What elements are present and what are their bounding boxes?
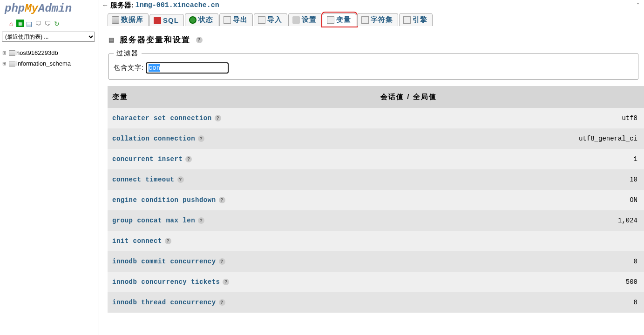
engine-icon xyxy=(403,16,411,24)
help-icon[interactable]: ? xyxy=(165,238,171,244)
table-header: 变量 会话值 / 全局值 xyxy=(108,86,644,108)
server-header: ← 服务器: lnmg-001.xincache.cn ⌃ xyxy=(99,0,644,10)
db-icon xyxy=(112,16,119,24)
export-icon xyxy=(224,16,231,24)
database-icon xyxy=(9,50,15,56)
help-icon[interactable]: ? xyxy=(219,299,225,306)
sidebar: phpMyAdmin ⌂ ▦ ▤ 🗨 🗨 ↻ (最近使用的表) ... ⊞ ho… xyxy=(0,0,99,335)
recent-tables-select[interactable]: (最近使用的表) ... xyxy=(2,32,95,42)
filter-input[interactable] xyxy=(146,62,229,74)
content: ▤ 服务器变量和设置 ? 过滤器 包含文字: 变量 会话值 / 全局值 char… xyxy=(99,26,644,313)
tab-sql[interactable]: SQL xyxy=(149,14,184,26)
help-icon[interactable]: ? xyxy=(219,258,225,265)
tree-item-database[interactable]: ⊞ information_schema xyxy=(2,58,96,69)
tab-db[interactable]: 数据库 xyxy=(108,13,149,26)
tab-label: 字符集 xyxy=(371,15,393,24)
query-icon[interactable]: 🗨 xyxy=(43,20,52,28)
status-icon xyxy=(189,16,197,24)
import-icon xyxy=(258,16,265,24)
header-value: 会话值 / 全局值 xyxy=(380,93,639,101)
tab-vars[interactable]: 变量 xyxy=(323,13,356,26)
help-icon[interactable]: ? xyxy=(185,156,192,162)
help-icon[interactable]: ? xyxy=(215,115,221,121)
tree-item-database[interactable]: ⊞ host9162293db xyxy=(2,47,96,58)
variable-value: ON xyxy=(380,196,639,204)
sql-icon xyxy=(154,17,161,24)
help-icon[interactable]: ? xyxy=(223,279,229,285)
variable-name[interactable]: concurrent insert? xyxy=(112,155,380,163)
variable-value: utf8 xyxy=(380,114,639,122)
filter-label: 包含文字: xyxy=(114,64,144,72)
help-icon[interactable]: ? xyxy=(198,135,204,142)
vars-icon: ▤ xyxy=(108,36,116,44)
help-icon[interactable]: ? xyxy=(196,37,203,43)
variable-value: 0 xyxy=(380,258,639,265)
database-name: information_schema xyxy=(16,60,71,67)
database-tree: ⊞ host9162293db ⊞ information_schema xyxy=(0,47,99,70)
variable-name[interactable]: init connect? xyxy=(112,237,380,245)
table-row: innodb commit concurrency?0 xyxy=(108,251,644,272)
table-row: connect timeout?10 xyxy=(108,169,644,190)
table-row: innodb thread concurrency?8 xyxy=(108,292,644,313)
expand-icon[interactable]: ⊞ xyxy=(2,61,8,66)
home-icon[interactable]: ⌂ xyxy=(7,20,15,28)
variables-table: 变量 会话值 / 全局值 character set connection?ut… xyxy=(108,86,644,313)
tab-charset[interactable]: 字符集 xyxy=(357,13,398,26)
variable-value: 10 xyxy=(380,176,639,183)
logo[interactable]: phpMyAdmin xyxy=(0,0,99,17)
variable-name[interactable]: character set connection? xyxy=(112,114,380,122)
variable-value: 1 xyxy=(380,155,639,163)
variable-name[interactable]: innodb commit concurrency? xyxy=(112,258,380,265)
reload-icon[interactable]: ↻ xyxy=(53,20,61,28)
logo-php: php xyxy=(5,2,25,15)
tab-label: 引擎 xyxy=(413,15,427,24)
tab-label: 导出 xyxy=(233,15,248,24)
tab-engine[interactable]: 引擎 xyxy=(399,13,433,26)
calendar-icon[interactable]: ▦ xyxy=(16,20,24,27)
variable-name[interactable]: collation connection? xyxy=(112,135,380,142)
help-icon[interactable]: ? xyxy=(177,176,184,183)
tab-export[interactable]: 导出 xyxy=(219,13,253,26)
table-row: engine condition pushdown?ON xyxy=(108,190,644,210)
variable-name[interactable]: connect timeout? xyxy=(112,176,380,183)
charset-icon xyxy=(361,16,369,24)
server-host: lnmg-001.xincache.cn xyxy=(136,1,219,9)
table-row: group concat max len?1,024 xyxy=(108,210,644,231)
table-row: collation connection?utf8_general_ci xyxy=(108,128,644,149)
tabs: 数据库SQL状态导出导入设置变量字符集引擎 xyxy=(99,10,644,26)
page-title-text: 服务器变量和设置 xyxy=(120,34,190,45)
variable-name[interactable]: engine condition pushdown? xyxy=(112,196,380,204)
back-arrow-icon[interactable]: ← xyxy=(102,1,108,9)
sidebar-toolbar: ⌂ ▦ ▤ 🗨 🗨 ↻ xyxy=(0,17,99,32)
variable-name[interactable]: innodb concurrency tickets? xyxy=(112,278,380,286)
help-icon[interactable]: ? xyxy=(198,217,204,224)
server-label: 服务器: xyxy=(110,1,134,10)
settings-icon xyxy=(292,16,300,24)
tab-status[interactable]: 状态 xyxy=(185,13,218,26)
table-row: init connect? xyxy=(108,231,644,251)
tab-label: 导入 xyxy=(267,15,282,24)
filter-legend: 过滤器 xyxy=(114,49,142,58)
logo-admin: Admin xyxy=(38,2,72,15)
docs-icon[interactable]: 🗨 xyxy=(34,20,42,28)
expand-icon[interactable]: ⊞ xyxy=(2,50,8,55)
logo-my: My xyxy=(25,2,38,15)
vars-icon xyxy=(327,16,334,24)
variable-value: 500 xyxy=(380,278,639,286)
variable-name[interactable]: innodb thread concurrency? xyxy=(112,299,380,306)
variable-value: utf8_general_ci xyxy=(380,135,639,142)
variable-value xyxy=(380,237,639,245)
sql-icon[interactable]: ▤ xyxy=(25,20,33,28)
tab-label: 设置 xyxy=(302,15,317,24)
tab-label: 数据库 xyxy=(121,15,143,24)
tab-import[interactable]: 导入 xyxy=(254,13,287,26)
table-row: innodb concurrency tickets?500 xyxy=(108,272,644,292)
help-icon[interactable]: ? xyxy=(219,197,225,203)
collapse-icon[interactable]: ⌃ xyxy=(636,2,640,8)
header-variable: 变量 xyxy=(112,93,380,101)
table-row: concurrent insert?1 xyxy=(108,149,644,169)
main-panel: ← 服务器: lnmg-001.xincache.cn ⌃ 数据库SQL状态导出… xyxy=(99,0,644,335)
tab-settings[interactable]: 设置 xyxy=(288,13,322,26)
variable-name[interactable]: group concat max len? xyxy=(112,217,380,224)
page-title: ▤ 服务器变量和设置 ? xyxy=(108,34,644,45)
